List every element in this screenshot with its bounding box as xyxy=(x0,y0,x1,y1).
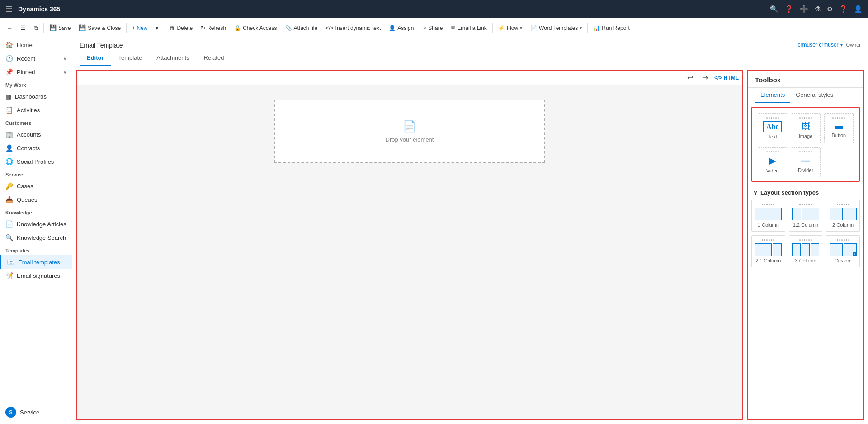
layout-item-1-2-column[interactable]: 1:2 Column xyxy=(789,200,823,232)
sidebar-item-accounts[interactable]: 🏢 Accounts xyxy=(0,128,72,141)
word-icon: 📄 xyxy=(530,25,537,31)
topbar-icons: 🔍 ❓ ➕ ⚗ ⚙ ❓ 👤 xyxy=(770,5,863,13)
sidebar-item-pinned[interactable]: 📌 Pinned ∨ xyxy=(0,65,72,79)
text-label: Text xyxy=(768,134,777,139)
list-view-button[interactable]: ☰ xyxy=(17,23,29,33)
divider-label: Divider xyxy=(798,167,813,173)
owner-chevron-icon: ▾ xyxy=(840,43,843,48)
sidebar-item-cases[interactable]: 🔑 Cases xyxy=(0,179,72,193)
word-templates-button[interactable]: 📄 Word Templates ▾ xyxy=(527,23,585,33)
delete-button[interactable]: 🗑 Delete xyxy=(166,23,196,33)
layout-item-2-column[interactable]: 2 Column xyxy=(826,200,860,232)
save-close-button[interactable]: 💾 Save & Close xyxy=(75,23,124,33)
sidebar-item-knowledge-search[interactable]: 🔍 Knowledge Search xyxy=(0,231,72,244)
save-close-icon: 💾 xyxy=(79,24,86,31)
1col-preview xyxy=(755,208,782,220)
check-access-button[interactable]: 🔒 Check Access xyxy=(231,23,280,33)
21col-col1 xyxy=(755,243,772,256)
drop-zone-icon: 📄 xyxy=(403,120,416,133)
dashboards-icon: ▦ xyxy=(5,93,11,100)
flow-icon: ⚡ xyxy=(498,25,505,31)
share-button[interactable]: ↗ Share xyxy=(418,23,446,33)
new-dropdown-button[interactable]: ▾ xyxy=(152,23,162,33)
sidebar-item-email-signatures[interactable]: 📝 Email signatures xyxy=(0,269,72,282)
delete-icon: 🗑 xyxy=(170,25,175,31)
canvas[interactable]: 📄 Drop your element xyxy=(77,85,742,419)
filter-icon[interactable]: ⚗ xyxy=(815,5,821,13)
tab-editor[interactable]: Editor xyxy=(80,52,111,66)
toolbox-item-text[interactable]: Abc Text xyxy=(758,113,787,143)
toolbox-item-image[interactable]: 🖼 Image xyxy=(791,113,820,143)
plus-icon[interactable]: ➕ xyxy=(800,5,808,13)
toolbox-header: Toolbox xyxy=(748,71,863,88)
refresh-button[interactable]: ↻ Refresh xyxy=(197,23,230,33)
sidebar-item-queues[interactable]: 📥 Queues xyxy=(0,193,72,206)
sidebar-area-switcher[interactable]: S Service ⋯ xyxy=(5,404,66,420)
custom-label: Custom xyxy=(835,258,852,263)
divider-dots xyxy=(799,151,812,152)
layout-item-1-column[interactable]: 1 Column xyxy=(751,200,785,232)
flow-button[interactable]: ⚡ Flow ▾ xyxy=(495,23,526,33)
sidebar-item-activities[interactable]: 📋 Activities xyxy=(0,103,72,117)
layout-item-2-1-column[interactable]: 2:1 Column xyxy=(751,235,785,267)
drop-zone[interactable]: 📄 Drop your element xyxy=(274,100,545,163)
user-info[interactable]: crmuser crmuser ▾ Owner xyxy=(798,42,861,48)
21col-preview xyxy=(755,243,782,256)
sidebar-item-knowledge-articles[interactable]: 📄 Knowledge Articles xyxy=(0,217,72,231)
sidebar-item-home[interactable]: 🏠 Home xyxy=(0,38,72,52)
content-area: Email Template crmuser crmuser ▾ Owner E… xyxy=(72,38,868,424)
section-customers: Customers xyxy=(0,117,72,128)
tab-template[interactable]: Template xyxy=(111,52,150,66)
contacts-icon: 👤 xyxy=(5,144,13,152)
help-icon[interactable]: ❓ xyxy=(839,5,848,13)
sidebar-item-recent[interactable]: 🕐 Recent ∨ xyxy=(0,52,72,65)
refresh-icon: ↻ xyxy=(201,25,205,31)
12col-preview xyxy=(792,208,819,220)
toolbox-item-button[interactable]: ▬ Button xyxy=(824,113,854,143)
back-button[interactable]: ← xyxy=(4,23,16,33)
save-button[interactable]: 💾 Save xyxy=(46,23,74,33)
toolbox-tab-elements[interactable]: Elements xyxy=(755,88,790,103)
tab-attachments[interactable]: Attachments xyxy=(149,52,196,66)
insert-dynamic-button[interactable]: </> Insert dynamic text xyxy=(322,23,384,33)
flow-dropdown-icon: ▾ xyxy=(520,25,522,30)
2col-col1 xyxy=(830,208,843,220)
assign-button[interactable]: 👤 Assign xyxy=(385,23,417,33)
video-icon: ▶ xyxy=(769,155,776,166)
sidebar-item-email-templates[interactable]: 📧 Email templates xyxy=(0,255,72,269)
search-icon[interactable]: 🔍 xyxy=(770,5,778,13)
attach-file-button[interactable]: 📎 Attach file xyxy=(282,23,321,33)
toolbox-tab-general-styles[interactable]: General styles xyxy=(790,88,839,103)
toolbar: ← ☰ ⧉ 💾 Save 💾 Save & Close + New ▾ 🗑 De… xyxy=(0,18,868,38)
toolbox-elements-section: Abc Text 🖼 Image xyxy=(751,107,860,182)
toolbox-item-divider[interactable]: — Divider xyxy=(791,147,820,177)
email-link-button[interactable]: ✉ Email a Link xyxy=(447,23,490,33)
video-dots xyxy=(766,151,779,152)
new-button[interactable]: + New xyxy=(128,23,151,33)
html-button[interactable]: </> HTML xyxy=(714,75,739,81)
sidebar-item-contacts[interactable]: 👤 Contacts xyxy=(0,141,72,155)
run-report-button[interactable]: 📊 Run Report xyxy=(590,23,633,33)
toolbox-item-video[interactable]: ▶ Video xyxy=(758,147,787,177)
tab-related[interactable]: Related xyxy=(197,52,231,66)
recent-expand-icon: ∨ xyxy=(63,56,66,61)
layout-item-3-column[interactable]: 3 Column xyxy=(789,235,823,267)
settings-icon[interactable]: ⚙ xyxy=(827,5,833,13)
2col-dots xyxy=(837,204,849,205)
layout-item-custom[interactable]: ⊿ Custom xyxy=(826,235,860,267)
hamburger-icon[interactable]: ☰ xyxy=(5,4,13,14)
area-expand-icon: ⋯ xyxy=(61,410,66,415)
new-window-button[interactable]: ⧉ xyxy=(30,23,42,33)
new-window-icon: ⧉ xyxy=(34,25,38,31)
knowledge-articles-icon: 📄 xyxy=(5,220,13,228)
sidebar-item-social-profiles[interactable]: 🌐 Social Profiles xyxy=(0,155,72,168)
video-label: Video xyxy=(766,168,779,173)
bot-icon[interactable]: ❓ xyxy=(785,5,793,13)
undo-button[interactable]: ↩ xyxy=(684,72,696,83)
attach-icon: 📎 xyxy=(285,25,292,31)
user-icon[interactable]: 👤 xyxy=(854,5,863,13)
sidebar-item-dashboards[interactable]: ▦ Dashboards xyxy=(0,90,72,103)
redo-button[interactable]: ↪ xyxy=(699,72,711,83)
layout-section-header[interactable]: ∨ Layout section types xyxy=(751,186,860,200)
3col-col1 xyxy=(792,243,801,256)
